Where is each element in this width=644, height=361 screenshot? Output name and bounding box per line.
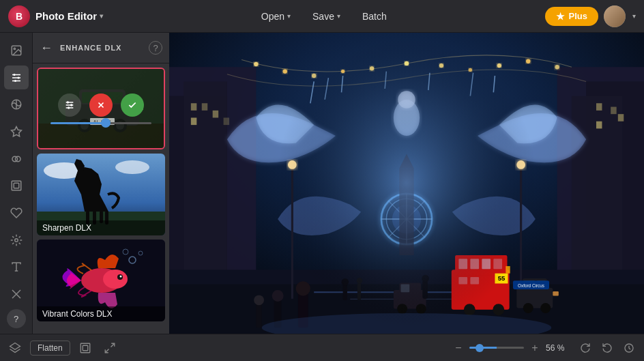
sidebar-item-tools[interactable] <box>4 228 29 252</box>
svg-point-77 <box>254 62 258 66</box>
back-icon: ← <box>40 41 53 55</box>
panel-item-enhance-dlx[interactable]: AL-0001 <box>37 68 165 149</box>
svg-point-148 <box>276 38 537 328</box>
svg-point-86 <box>526 59 530 63</box>
svg-point-127 <box>523 303 533 313</box>
batch-button[interactable]: Batch <box>354 7 395 26</box>
svg-rect-60 <box>184 81 227 284</box>
zoom-percentage: 56 % <box>546 343 570 353</box>
svg-rect-14 <box>14 184 19 189</box>
bottom-right-icons <box>576 338 639 358</box>
svg-point-122 <box>493 304 504 315</box>
user-avatar[interactable] <box>604 5 626 27</box>
open-label: Open <box>261 11 284 22</box>
svg-point-15 <box>14 239 18 242</box>
svg-point-78 <box>283 69 287 73</box>
svg-line-154 <box>111 343 114 347</box>
panel-help-label: ? <box>153 43 158 53</box>
cancel-enhance-button[interactable] <box>89 93 113 117</box>
canvas-area: 55 <box>169 33 644 334</box>
canvas-photo: 55 <box>169 33 644 334</box>
svg-point-7 <box>14 80 16 82</box>
sidebar-item-hearts[interactable] <box>4 201 29 225</box>
sidebar-item-photos[interactable] <box>4 38 29 63</box>
sidebar-item-frames[interactable] <box>4 174 29 199</box>
fullscreen-button[interactable] <box>100 338 119 358</box>
save-chevron-icon: ▾ <box>337 12 340 20</box>
flatten-button[interactable]: Flatten <box>30 341 70 356</box>
zoom-minus-icon: − <box>455 342 461 354</box>
svg-rect-61 <box>191 103 196 111</box>
save-label: Save <box>312 11 334 22</box>
help-label: ? <box>14 314 18 324</box>
svg-point-79 <box>312 74 316 78</box>
rotate-cw-button[interactable] <box>576 338 595 358</box>
sidebar-item-favorites[interactable] <box>4 119 29 144</box>
panel-title: ENHANCE DLX <box>60 44 143 52</box>
help-button[interactable]: ? <box>7 309 26 328</box>
svg-point-5 <box>13 74 15 76</box>
sidebar-item-text[interactable] <box>4 255 29 280</box>
panel-items-list: AL-0001 <box>33 63 169 334</box>
layers-button[interactable] <box>5 338 25 358</box>
sidebar-item-adjustments[interactable] <box>4 66 29 90</box>
left-sidebar: ? <box>0 33 33 334</box>
svg-rect-64 <box>213 111 218 118</box>
confirm-enhance-button[interactable] <box>121 93 144 117</box>
zoom-slider[interactable] <box>469 347 524 349</box>
zoom-plus-icon: + <box>531 342 538 354</box>
app-logo: B <box>8 5 30 27</box>
svg-point-37 <box>70 104 72 106</box>
enhance-strength-slider[interactable] <box>50 122 151 124</box>
sidebar-item-brush[interactable] <box>4 282 29 306</box>
enhance-controls <box>58 93 144 117</box>
svg-point-53 <box>120 276 122 278</box>
frame-button[interactable] <box>76 338 95 358</box>
rotate-ccw-button[interactable] <box>598 338 617 358</box>
enhance-slider-row <box>50 122 151 124</box>
app-title-button[interactable]: Photo Editor ▾ <box>35 10 103 22</box>
svg-rect-152 <box>80 343 90 353</box>
history-button[interactable] <box>619 338 639 358</box>
sidebar-item-overlays[interactable] <box>4 147 29 171</box>
svg-point-128 <box>540 303 551 313</box>
main-area: ? ← ENHANCE DLX ? <box>0 33 644 334</box>
svg-rect-13 <box>12 182 21 191</box>
app-title-text: Photo Editor <box>35 10 97 22</box>
plus-upgrade-button[interactable]: ★ Plus <box>545 7 598 26</box>
flatten-label: Flatten <box>38 343 63 353</box>
svg-rect-71 <box>596 121 602 129</box>
top-nav: B Photo Editor ▾ Open ▾ Save ▾ Batch ★ P… <box>0 0 644 33</box>
panel-header: ← ENHANCE DLX ? <box>33 33 169 63</box>
svg-point-43 <box>115 160 149 174</box>
sidebar-item-effects[interactable] <box>4 92 29 117</box>
open-menu-button[interactable]: Open ▾ <box>253 7 299 26</box>
svg-marker-10 <box>11 126 21 136</box>
panel-help-button[interactable]: ? <box>149 41 162 55</box>
batch-label: Batch <box>362 11 387 22</box>
svg-rect-129 <box>553 291 558 295</box>
avatar-chevron-icon[interactable]: ▾ <box>632 12 636 20</box>
svg-point-144 <box>272 290 284 302</box>
svg-point-1 <box>14 48 15 49</box>
panel-item-vibrant-dlx[interactable]: Vibrant Colors DLX <box>37 240 165 321</box>
zoom-out-button[interactable]: − <box>452 341 465 355</box>
vibrant-dlx-label: Vibrant Colors DLX <box>37 306 165 321</box>
save-menu-button[interactable]: Save ▾ <box>304 7 349 26</box>
svg-point-146 <box>296 281 310 295</box>
panel-item-sharpen-dlx[interactable]: Sharpen DLX <box>37 154 165 235</box>
svg-point-6 <box>17 76 19 78</box>
panel-back-button[interactable]: ← <box>38 40 55 56</box>
svg-rect-72 <box>618 114 624 121</box>
sidebar-bottom: ? <box>7 309 26 328</box>
svg-point-85 <box>497 63 501 68</box>
svg-point-38 <box>68 106 70 109</box>
enhancement-panel: ← ENHANCE DLX ? <box>33 33 169 334</box>
svg-point-142 <box>254 295 264 305</box>
svg-point-87 <box>555 65 559 69</box>
zoom-in-button[interactable]: + <box>528 341 542 355</box>
svg-rect-69 <box>596 103 602 111</box>
adjust-settings-button[interactable] <box>58 93 81 117</box>
open-chevron-icon: ▾ <box>287 12 291 20</box>
bottom-bar: Flatten − + 56 % <box>0 334 644 361</box>
